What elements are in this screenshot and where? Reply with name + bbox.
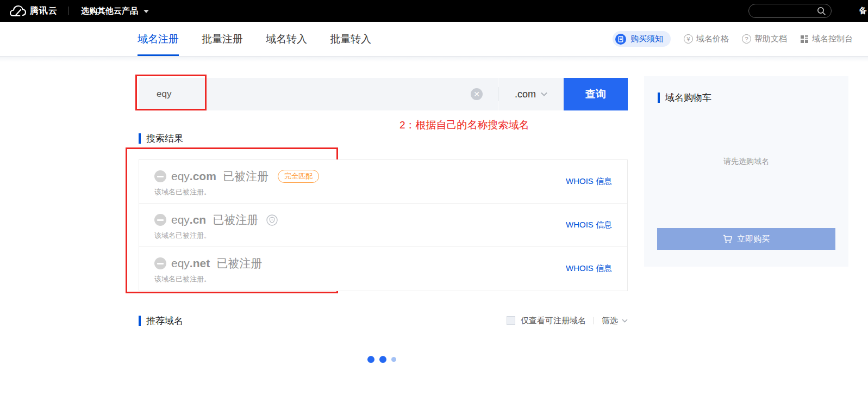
domain-name: eqy.net bbox=[171, 257, 210, 270]
whois-link[interactable]: WHOIS 信息 bbox=[566, 263, 612, 274]
search-results-list: eqy.com 已被注册 完全匹配 该域名已被注册。 WHOIS 信息 eqy.… bbox=[139, 159, 628, 291]
buy-notice-link[interactable]: 购买须知 bbox=[613, 31, 671, 47]
buy-now-label: 立即购买 bbox=[737, 234, 770, 244]
result-row-eqy-cn: eqy.cn 已被注册 该域名已被注册。 WHOIS 信息 bbox=[139, 204, 627, 247]
topbar-search-input[interactable] bbox=[748, 4, 832, 18]
tab-navigation: 域名注册 批量注册 域名转入 批量转入 购买须知 ¥ 域名价格 ? 帮 bbox=[0, 22, 868, 57]
recommend-header: 推荐域名 bbox=[139, 315, 183, 327]
filter-label: 筛选 bbox=[602, 316, 618, 326]
section-accent-bar bbox=[139, 133, 141, 144]
carousel-dot-active[interactable] bbox=[379, 356, 386, 363]
tabrow-shadow bbox=[0, 57, 868, 62]
exact-match-badge: 完全匹配 bbox=[278, 170, 319, 183]
tencent-cloud-logo[interactable]: 腾讯云 bbox=[10, 5, 58, 17]
help-doc-link[interactable]: ? 帮助文档 bbox=[742, 34, 787, 44]
unavailable-minus-icon bbox=[154, 170, 166, 182]
whois-link[interactable]: WHOIS 信息 bbox=[566, 220, 612, 230]
shield-info-icon bbox=[266, 214, 278, 226]
other-products-menu[interactable]: 选购其他云产品 bbox=[81, 6, 149, 16]
domain-status: 已被注册 bbox=[213, 212, 258, 227]
question-icon: ? bbox=[742, 34, 751, 44]
domain-price-link[interactable]: ¥ 域名价格 bbox=[684, 34, 729, 44]
domain-status: 已被注册 bbox=[223, 169, 268, 184]
help-doc-label: 帮助文档 bbox=[754, 34, 787, 44]
whois-link[interactable]: WHOIS 信息 bbox=[566, 176, 612, 187]
filter-select[interactable]: 筛选 bbox=[602, 316, 628, 326]
domain-status: 已被注册 bbox=[216, 256, 262, 271]
query-button[interactable]: 查询 bbox=[564, 78, 628, 110]
cart-empty-text: 请先选购域名 bbox=[644, 157, 848, 167]
buy-now-button[interactable]: 立即购买 bbox=[657, 228, 835, 250]
only-available-label[interactable]: 仅查看可注册域名 bbox=[521, 316, 586, 326]
carousel-dot-inactive[interactable] bbox=[391, 357, 396, 362]
tld-selected-value: .com bbox=[515, 89, 536, 100]
search-results-header: 搜索结果 bbox=[139, 132, 183, 145]
result-description: 该域名已被注册。 bbox=[154, 187, 211, 197]
annotation-step-text: 2：根据自己的名称搜索域名 bbox=[399, 118, 529, 132]
cart-icon bbox=[723, 235, 733, 244]
recommend-filter-row: 仅查看可注册域名 筛选 bbox=[489, 315, 628, 326]
page: 腾讯云 选购其他云产品 备 域名注册 批量注册 域名转入 批量转入 bbox=[0, 0, 868, 394]
search-results-title: 搜索结果 bbox=[146, 132, 183, 145]
filter-divider bbox=[594, 317, 594, 324]
domain-price-label: 域名价格 bbox=[696, 34, 729, 44]
cloud-logo-icon bbox=[10, 5, 26, 17]
other-products-label: 选购其他云产品 bbox=[81, 6, 138, 16]
tab-batch-register[interactable]: 批量注册 bbox=[202, 22, 243, 56]
topbar: 腾讯云 选购其他云产品 备 bbox=[0, 0, 868, 22]
caret-down-icon bbox=[143, 10, 149, 13]
search-icon bbox=[817, 7, 826, 16]
domain-cart-panel: 域名购物车 请先选购域名 立即购买 bbox=[644, 76, 848, 267]
unavailable-minus-icon bbox=[154, 257, 166, 269]
clear-input-icon[interactable]: ✕ bbox=[471, 88, 483, 100]
tab-domain-register[interactable]: 域名注册 bbox=[138, 22, 179, 56]
domain-search-bar: eqy ✕ .com 查询 bbox=[139, 78, 628, 110]
recommend-title: 推荐域名 bbox=[146, 315, 183, 327]
only-available-checkbox[interactable] bbox=[507, 316, 515, 325]
carousel-dot-active[interactable] bbox=[367, 356, 374, 363]
buy-notice-label: 购买须知 bbox=[630, 34, 663, 44]
search-input-value: eqy bbox=[157, 89, 471, 100]
result-description: 该域名已被注册。 bbox=[154, 231, 211, 241]
domain-console-label: 域名控制台 bbox=[812, 34, 853, 44]
result-description: 该域名已被注册。 bbox=[154, 274, 211, 284]
logo-text: 腾讯云 bbox=[30, 5, 58, 17]
notice-doc-icon bbox=[615, 34, 626, 45]
yen-icon: ¥ bbox=[684, 34, 693, 44]
unavailable-minus-icon bbox=[154, 214, 166, 226]
result-row-eqy-net: eqy.net 已被注册 该域名已被注册。 WHOIS 信息 bbox=[139, 247, 627, 291]
section-accent-bar bbox=[658, 93, 660, 103]
carousel-dots bbox=[367, 356, 396, 363]
tld-select[interactable]: .com bbox=[498, 78, 564, 110]
topbar-divider bbox=[68, 7, 69, 15]
grid-icon bbox=[800, 35, 809, 44]
cart-title: 域名购物车 bbox=[665, 91, 711, 104]
topbar-beian-link[interactable]: 备 bbox=[859, 6, 867, 16]
tab-batch-transfer[interactable]: 批量转入 bbox=[330, 22, 371, 56]
result-row-eqy-com: eqy.com 已被注册 完全匹配 该域名已被注册。 WHOIS 信息 bbox=[139, 160, 627, 204]
cart-header: 域名购物车 bbox=[658, 91, 711, 104]
section-accent-bar bbox=[139, 316, 141, 326]
domain-name: eqy.cn bbox=[171, 213, 206, 226]
domain-search-input[interactable]: eqy ✕ bbox=[139, 78, 498, 110]
domain-console-link[interactable]: 域名控制台 bbox=[800, 34, 853, 44]
tab-domain-transfer[interactable]: 域名转入 bbox=[266, 22, 307, 56]
chevron-down-icon bbox=[622, 319, 628, 323]
domain-name: eqy.com bbox=[171, 170, 216, 183]
chevron-down-icon bbox=[541, 92, 547, 96]
